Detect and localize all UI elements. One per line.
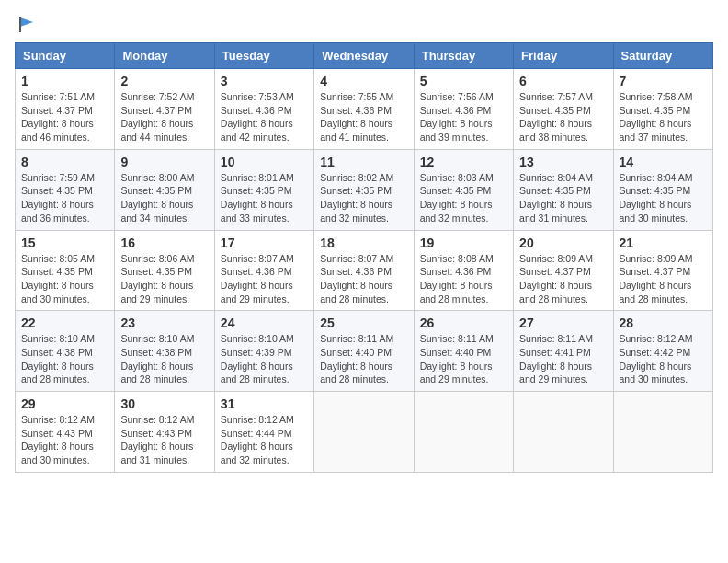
day-detail: Sunrise: 8:12 AMSunset: 4:44 PMDaylight:… — [221, 413, 308, 467]
day-detail: Sunrise: 8:00 AMSunset: 4:35 PMDaylight:… — [120, 171, 208, 225]
calendar-cell: 6Sunrise: 7:57 AMSunset: 4:35 PMDaylight… — [514, 69, 613, 150]
day-detail: Sunrise: 8:05 AMSunset: 4:35 PMDaylight:… — [21, 252, 108, 306]
day-number: 2 — [120, 74, 208, 88]
calendar-week-row: 22Sunrise: 8:10 AMSunset: 4:38 PMDayligh… — [16, 311, 713, 392]
day-detail: Sunrise: 7:56 AMSunset: 4:36 PMDaylight:… — [420, 90, 507, 144]
calendar-table: SundayMondayTuesdayWednesdayThursdayFrid… — [15, 42, 713, 473]
day-number: 23 — [120, 316, 208, 330]
day-number: 4 — [320, 74, 407, 88]
day-detail: Sunrise: 7:57 AMSunset: 4:35 PMDaylight:… — [519, 90, 607, 144]
day-detail: Sunrise: 8:07 AMSunset: 4:36 PMDaylight:… — [320, 252, 407, 306]
day-detail: Sunrise: 7:51 AMSunset: 4:37 PMDaylight:… — [21, 90, 108, 144]
day-number: 20 — [519, 236, 607, 250]
day-detail: Sunrise: 8:04 AMSunset: 4:35 PMDaylight:… — [519, 171, 607, 225]
day-number: 27 — [519, 316, 607, 330]
day-number: 26 — [420, 316, 507, 330]
calendar-cell: 7Sunrise: 7:58 AMSunset: 4:35 PMDaylight… — [613, 69, 712, 150]
title-area — [37, 15, 713, 17]
day-detail: Sunrise: 8:08 AMSunset: 4:36 PMDaylight:… — [420, 252, 507, 306]
day-number: 7 — [620, 74, 707, 88]
weekday-header-thursday: Thursday — [414, 43, 513, 69]
day-number: 1 — [21, 74, 108, 88]
day-number: 28 — [620, 316, 707, 330]
day-number: 24 — [221, 316, 308, 330]
svg-rect-1 — [19, 17, 21, 32]
day-number: 13 — [519, 155, 607, 169]
calendar-cell: 31Sunrise: 8:12 AMSunset: 4:44 PMDayligh… — [214, 392, 313, 473]
day-number: 3 — [221, 74, 308, 88]
weekday-header-friday: Friday — [514, 43, 613, 69]
day-number: 18 — [320, 236, 407, 250]
calendar-cell: 20Sunrise: 8:09 AMSunset: 4:37 PMDayligh… — [514, 230, 613, 311]
page-header — [15, 15, 713, 35]
day-number: 6 — [519, 74, 607, 88]
logo — [15, 15, 37, 35]
day-number: 15 — [21, 236, 108, 250]
weekday-header-sunday: Sunday — [16, 43, 115, 69]
calendar-cell: 12Sunrise: 8:03 AMSunset: 4:35 PMDayligh… — [414, 149, 513, 230]
day-detail: Sunrise: 7:52 AMSunset: 4:37 PMDaylight:… — [120, 90, 208, 144]
day-number: 29 — [21, 396, 108, 411]
calendar-cell: 11Sunrise: 8:02 AMSunset: 4:35 PMDayligh… — [314, 149, 414, 230]
calendar-cell: 16Sunrise: 8:06 AMSunset: 4:35 PMDayligh… — [115, 230, 214, 311]
day-detail: Sunrise: 7:53 AMSunset: 4:36 PMDaylight:… — [221, 90, 308, 144]
day-detail: Sunrise: 8:10 AMSunset: 4:39 PMDaylight:… — [221, 332, 308, 386]
weekday-header-saturday: Saturday — [613, 43, 712, 69]
day-number: 19 — [420, 236, 507, 250]
day-number: 21 — [620, 236, 707, 250]
day-detail: Sunrise: 8:12 AMSunset: 4:42 PMDaylight:… — [620, 332, 707, 386]
day-detail: Sunrise: 7:59 AMSunset: 4:35 PMDaylight:… — [21, 171, 108, 225]
day-detail: Sunrise: 8:03 AMSunset: 4:35 PMDaylight:… — [420, 171, 507, 225]
day-number: 10 — [221, 155, 308, 169]
calendar-cell: 30Sunrise: 8:12 AMSunset: 4:43 PMDayligh… — [115, 392, 214, 473]
day-detail: Sunrise: 8:10 AMSunset: 4:38 PMDaylight:… — [21, 332, 108, 386]
calendar-cell: 10Sunrise: 8:01 AMSunset: 4:35 PMDayligh… — [214, 149, 313, 230]
day-detail: Sunrise: 8:11 AMSunset: 4:41 PMDaylight:… — [519, 332, 607, 386]
day-detail: Sunrise: 8:09 AMSunset: 4:37 PMDaylight:… — [620, 252, 707, 306]
calendar-cell: 21Sunrise: 8:09 AMSunset: 4:37 PMDayligh… — [613, 230, 712, 311]
day-number: 17 — [221, 236, 308, 250]
day-number: 25 — [320, 316, 407, 330]
day-detail: Sunrise: 8:11 AMSunset: 4:40 PMDaylight:… — [320, 332, 407, 386]
day-detail: Sunrise: 8:11 AMSunset: 4:40 PMDaylight:… — [420, 332, 507, 386]
calendar-cell: 26Sunrise: 8:11 AMSunset: 4:40 PMDayligh… — [414, 311, 513, 392]
calendar-week-row: 29Sunrise: 8:12 AMSunset: 4:43 PMDayligh… — [16, 392, 713, 473]
calendar-cell — [613, 392, 712, 473]
weekday-header-tuesday: Tuesday — [214, 43, 313, 69]
calendar-cell: 3Sunrise: 7:53 AMSunset: 4:36 PMDaylight… — [214, 69, 313, 150]
calendar-cell: 28Sunrise: 8:12 AMSunset: 4:42 PMDayligh… — [613, 311, 712, 392]
calendar-cell — [414, 392, 513, 473]
calendar-cell: 18Sunrise: 8:07 AMSunset: 4:36 PMDayligh… — [314, 230, 414, 311]
day-detail: Sunrise: 8:07 AMSunset: 4:36 PMDaylight:… — [221, 252, 308, 306]
day-detail: Sunrise: 8:01 AMSunset: 4:35 PMDaylight:… — [221, 171, 308, 225]
calendar-cell: 1Sunrise: 7:51 AMSunset: 4:37 PMDaylight… — [16, 69, 115, 150]
day-detail: Sunrise: 8:10 AMSunset: 4:38 PMDaylight:… — [120, 332, 208, 386]
calendar-week-row: 15Sunrise: 8:05 AMSunset: 4:35 PMDayligh… — [16, 230, 713, 311]
calendar-cell: 17Sunrise: 8:07 AMSunset: 4:36 PMDayligh… — [214, 230, 313, 311]
calendar-cell: 14Sunrise: 8:04 AMSunset: 4:35 PMDayligh… — [613, 149, 712, 230]
calendar-cell: 2Sunrise: 7:52 AMSunset: 4:37 PMDaylight… — [115, 69, 214, 150]
day-number: 14 — [620, 155, 707, 169]
day-number: 9 — [120, 155, 208, 169]
logo-flag-icon — [17, 15, 37, 35]
calendar-cell — [514, 392, 613, 473]
day-detail: Sunrise: 7:55 AMSunset: 4:36 PMDaylight:… — [320, 90, 407, 144]
calendar-cell: 15Sunrise: 8:05 AMSunset: 4:35 PMDayligh… — [16, 230, 115, 311]
calendar-week-row: 1Sunrise: 7:51 AMSunset: 4:37 PMDaylight… — [16, 69, 713, 150]
calendar-cell: 5Sunrise: 7:56 AMSunset: 4:36 PMDaylight… — [414, 69, 513, 150]
weekday-header-wednesday: Wednesday — [314, 43, 414, 69]
day-number: 12 — [420, 155, 507, 169]
calendar-cell: 23Sunrise: 8:10 AMSunset: 4:38 PMDayligh… — [115, 311, 214, 392]
day-detail: Sunrise: 8:02 AMSunset: 4:35 PMDaylight:… — [320, 171, 407, 225]
calendar-cell — [314, 392, 414, 473]
day-number: 5 — [420, 74, 507, 88]
day-detail: Sunrise: 8:12 AMSunset: 4:43 PMDaylight:… — [120, 413, 208, 467]
calendar-cell: 13Sunrise: 8:04 AMSunset: 4:35 PMDayligh… — [514, 149, 613, 230]
day-number: 22 — [21, 316, 108, 330]
calendar-cell: 29Sunrise: 8:12 AMSunset: 4:43 PMDayligh… — [16, 392, 115, 473]
day-detail: Sunrise: 8:06 AMSunset: 4:35 PMDaylight:… — [120, 252, 208, 306]
day-detail: Sunrise: 8:04 AMSunset: 4:35 PMDaylight:… — [620, 171, 707, 225]
day-number: 16 — [120, 236, 208, 250]
day-number: 8 — [21, 155, 108, 169]
weekday-header-row: SundayMondayTuesdayWednesdayThursdayFrid… — [16, 43, 713, 69]
